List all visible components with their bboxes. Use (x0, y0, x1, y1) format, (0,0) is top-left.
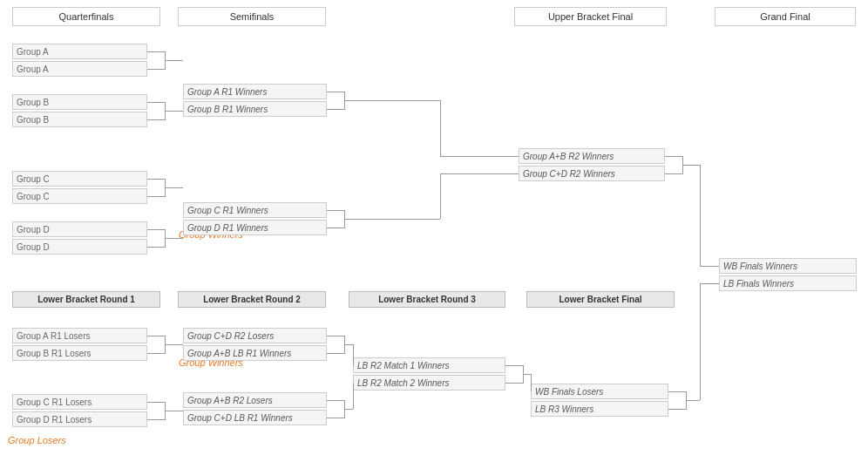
sf-slot-1a: Group A R1 Winners (183, 84, 327, 99)
lb3-slot-a: LB R2 Match 1 Winners (353, 357, 505, 373)
sf-slot-2a: Group C R1 Winners (183, 202, 327, 218)
lb2-slot-b: Group A+B LB R1 Winners (183, 345, 327, 361)
qf-slot-3a: Group C (12, 171, 147, 187)
lb-round1-label: Lower Bracket Round 1 (12, 291, 160, 308)
lb1-slot-c: Group C R1 Losers (12, 394, 147, 410)
lbf-slot-2: LB R3 Winners (531, 401, 668, 417)
qf-slot-4a: Group D (12, 221, 147, 237)
lb3-slot-b: LB R2 Match 2 Winners (353, 375, 505, 391)
gf-slot-2: LB Finals Winners (719, 275, 857, 291)
lb-round2-label: Lower Bracket Round 2 (178, 291, 326, 308)
header-upper-bracket-final: Upper Bracket Final (514, 7, 667, 26)
qf-slot-2b: Group B (12, 112, 147, 127)
ubf-slot-2: Group C+D R2 Winners (519, 166, 665, 181)
sf-slot-2b: Group D R1 Winners (183, 220, 327, 235)
lb1-slot-b: Group B R1 Losers (12, 345, 147, 361)
lbf-slot-1: WB Finals Losers (531, 384, 668, 399)
bracket-container: Quarterfinals Semifinals Upper Bracket F… (0, 0, 868, 462)
ubf-slot-1: Group A+B R2 Winners (519, 148, 665, 164)
sf-slot-1b: Group B R1 Winners (183, 101, 327, 117)
lb1-slot-d: Group D R1 Losers (12, 411, 147, 427)
gf-slot-1: WB Finals Winners (719, 258, 857, 274)
lb2-slot-c: Group A+B R2 Losers (183, 392, 327, 408)
qf-slot-3b: Group C (12, 188, 147, 204)
header-grand-final: Grand Final (715, 7, 856, 26)
lb-round3-label: Lower Bracket Round 3 (349, 291, 505, 308)
lb-final-label: Lower Bracket Final (526, 291, 675, 308)
header-semifinals: Semifinals (178, 7, 326, 26)
qf-slot-4b: Group D (12, 239, 147, 255)
group-losers-label: Group Losers (8, 435, 66, 445)
lb2-slot-a: Group C+D R2 Losers (183, 328, 327, 343)
qf-slot-2a: Group B (12, 94, 147, 110)
header-quarterfinals: Quarterfinals (12, 7, 160, 26)
lb1-slot-a: Group A R1 Losers (12, 328, 147, 343)
lb2-slot-d: Group C+D LB R1 Winners (183, 410, 327, 425)
qf-slot-1a: Group A (12, 44, 147, 59)
qf-slot-1b: Group A (12, 61, 147, 77)
